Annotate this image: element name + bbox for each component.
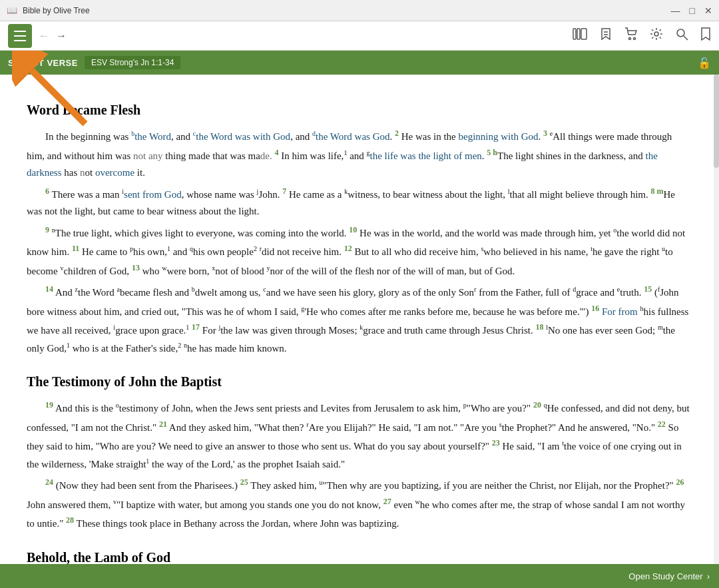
svg-rect-2 bbox=[581, 29, 587, 39]
search-icon[interactable] bbox=[675, 27, 688, 44]
forward-button[interactable]: → bbox=[56, 30, 67, 42]
link-word[interactable]: bthe Word bbox=[131, 131, 171, 142]
ref-bar: SELECT VERSE ESV Strong's Jn 1:1-34 🔓 bbox=[0, 51, 719, 75]
link-word-with-god[interactable]: cthe Word was with God bbox=[193, 131, 290, 142]
svg-point-6 bbox=[634, 38, 636, 40]
heading-testimony: The Testimony of John the Baptist bbox=[27, 370, 692, 393]
reference-tag[interactable]: ESV Strong's Jn 1:1-34 bbox=[85, 56, 180, 69]
select-verse-button[interactable]: SELECT VERSE bbox=[8, 58, 78, 68]
svg-point-8 bbox=[677, 29, 684, 37]
title-bar-controls: — □ ✕ bbox=[671, 6, 712, 15]
title-bar-left: 📖 Bible by Olive Tree bbox=[7, 5, 90, 16]
svg-point-5 bbox=[629, 38, 631, 40]
hamburger-line-2 bbox=[14, 35, 26, 37]
app-title: Bible by Olive Tree bbox=[23, 6, 90, 15]
app-icon: 📖 bbox=[7, 5, 17, 16]
link-sent-from-god[interactable]: sent from God bbox=[124, 189, 182, 200]
link-beginning-with-god[interactable]: beginning with God bbox=[459, 131, 539, 142]
close-button[interactable]: ✕ bbox=[704, 6, 712, 15]
ref-bar-left: SELECT VERSE ESV Strong's Jn 1:1-34 bbox=[8, 56, 180, 69]
svg-rect-0 bbox=[573, 29, 576, 39]
svg-point-7 bbox=[654, 32, 658, 36]
svg-rect-1 bbox=[577, 29, 580, 39]
link-for-from[interactable]: For from bbox=[602, 306, 638, 317]
link-overcome[interactable]: overcome bbox=[95, 167, 134, 178]
title-bar: 📖 Bible by Olive Tree — □ ✕ bbox=[0, 0, 719, 21]
cart-icon[interactable] bbox=[624, 27, 638, 44]
bookmark-list-icon[interactable] bbox=[599, 27, 612, 44]
toolbar-right bbox=[573, 27, 711, 44]
scrollbar-track bbox=[714, 75, 719, 564]
bottom-bar: Open Study Center › bbox=[0, 564, 719, 588]
settings-icon[interactable] bbox=[650, 27, 663, 44]
toolbar-left: ← → bbox=[8, 24, 67, 48]
heading-lamb-of-god: Behold, the Lamb of God bbox=[27, 546, 692, 565]
heading-word-became-flesh: Word Became Flesh bbox=[27, 99, 692, 121]
link-word-was-god[interactable]: dthe Word was God bbox=[312, 131, 389, 142]
library-icon[interactable] bbox=[573, 28, 587, 43]
open-study-label: Open Study Center bbox=[628, 571, 702, 581]
verse-text-6: 6 There was a man isent from God, whose … bbox=[27, 184, 692, 220]
toolbar: ← → bbox=[0, 21, 719, 51]
hamburger-menu-button[interactable] bbox=[8, 24, 32, 48]
minimize-button[interactable]: — bbox=[671, 6, 680, 15]
maximize-button[interactable]: □ bbox=[690, 6, 695, 15]
verse-text-9: 9 nThe true light, which gives light to … bbox=[27, 223, 692, 280]
link-life-light[interactable]: the life was the light of men bbox=[370, 150, 482, 161]
hamburger-line-1 bbox=[14, 31, 26, 32]
svg-line-9 bbox=[684, 36, 688, 40]
verse-text-19: 19 And this is the otestimony of John, w… bbox=[27, 398, 692, 473]
verse-text-1: In the beginning was bthe Word, and cthe… bbox=[27, 127, 692, 182]
scrollbar-thumb[interactable] bbox=[714, 75, 719, 168]
main-content[interactable]: Word Became Flesh In the beginning was b… bbox=[0, 75, 719, 564]
chevron-right-icon: › bbox=[707, 571, 710, 581]
back-button[interactable]: ← bbox=[39, 30, 49, 42]
open-study-center-button[interactable]: Open Study Center › bbox=[628, 571, 710, 581]
bookmark-icon[interactable] bbox=[700, 27, 711, 44]
verse-text-24: 24 (Now they had been sent from the Phar… bbox=[27, 475, 692, 533]
verse-text-14: 14 And zthe Word abecame flesh and bdwel… bbox=[27, 282, 692, 357]
hamburger-line-3 bbox=[14, 40, 26, 41]
lock-icon[interactable]: 🔓 bbox=[698, 57, 711, 69]
